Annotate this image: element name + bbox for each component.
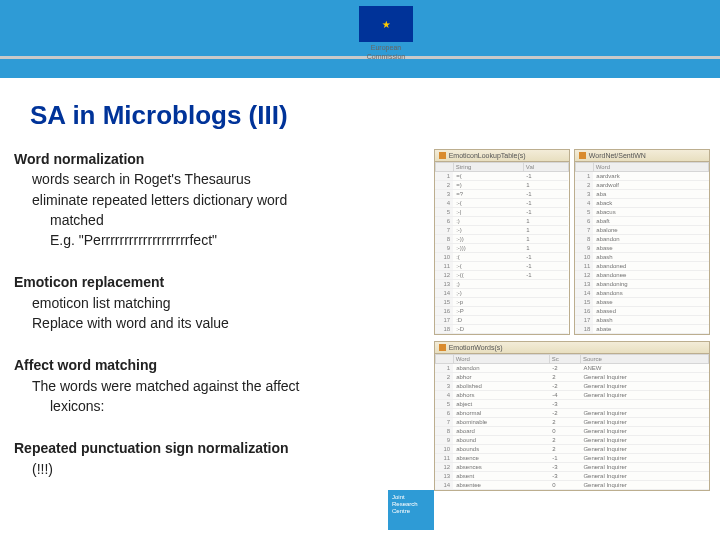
table-row: 5abacus — [575, 208, 708, 217]
table-row: 14absentee0General Inquirer — [435, 481, 708, 490]
table-row: 9abase — [575, 244, 708, 253]
table-row: 8abandon — [575, 235, 708, 244]
ec-logo: ⋆ European Commission — [346, 6, 426, 60]
table-row: 15:-p — [435, 298, 568, 307]
body-line: (!!!) — [14, 459, 420, 479]
table-row: 11:-(-1 — [435, 262, 568, 271]
table-row: 8aboard0General Inquirer — [435, 427, 708, 436]
table-row: 11absence-1General Inquirer — [435, 454, 708, 463]
emotion-table-panel: EmotionWords(s) WordScSource1abandon-2AN… — [434, 341, 710, 491]
panel-title-wordnet: WordNet/SentiWN — [575, 150, 709, 162]
table-row: 16abased — [575, 307, 708, 316]
table-row: 7abominable2General Inquirer — [435, 418, 708, 427]
table-row: 7:-)1 — [435, 226, 568, 235]
table-row: 12:-((-1 — [435, 271, 568, 280]
org-name-line1: European — [346, 44, 426, 51]
body-line: emoticon list matching — [14, 293, 420, 313]
table-row: 5abject-3 — [435, 400, 708, 409]
table-row: 5:-|-1 — [435, 208, 568, 217]
table-row: 13;) — [435, 280, 568, 289]
body-line: lexicons: — [14, 396, 420, 416]
content-area: Word normalizationwords search in Roget'… — [0, 149, 720, 501]
panel-icon — [439, 344, 446, 351]
table-row: 17:D — [435, 316, 568, 325]
table-row: 16:-P — [435, 307, 568, 316]
text-column: Word normalizationwords search in Roget'… — [14, 149, 420, 501]
col-header — [435, 355, 453, 364]
col-header — [435, 163, 453, 172]
table-row: 2=)1 — [435, 181, 568, 190]
emoticon-table-panel: EmoticonLookupTable(s) StringVal1=(-12=)… — [434, 149, 570, 335]
panel-title-emoticon: EmoticonLookupTable(s) — [435, 150, 569, 162]
table-row: 4aback — [575, 199, 708, 208]
panel-title-text: EmotionWords(s) — [449, 344, 503, 351]
wordnet-table-panel: WordNet/SentiWN Word1aardvark2aardwolf3a… — [574, 149, 710, 335]
header-banner: ⋆ European Commission — [0, 0, 720, 78]
eu-flag-icon: ⋆ — [359, 6, 413, 42]
body-line: Replace with word and its value — [14, 313, 420, 333]
panel-title-emotion: EmotionWords(s) — [435, 342, 709, 354]
jrc-badge: Joint Research Centre — [388, 490, 434, 530]
section-heading: Emoticon replacement — [14, 272, 420, 292]
col-header: Word — [453, 355, 549, 364]
table-row: 11abandoned — [575, 262, 708, 271]
section-heading: Repeated punctuation sign normalization — [14, 438, 420, 458]
table-row: 2aardwolf — [575, 181, 708, 190]
table-row: 4:-(-1 — [435, 199, 568, 208]
table-row: 13abandoning — [575, 280, 708, 289]
col-header: String — [453, 163, 523, 172]
table-row: 6abnormal-2General Inquirer — [435, 409, 708, 418]
table-row: 9abound2General Inquirer — [435, 436, 708, 445]
emoticon-table: StringVal1=(-12=)13=?-14:-(-15:-|-16:)17… — [435, 162, 569, 334]
table-row: 10:(-1 — [435, 253, 568, 262]
col-header: Sc — [549, 355, 580, 364]
table-row: 18abate — [575, 325, 708, 334]
table-row: 8:-))1 — [435, 235, 568, 244]
table-row: 1=(-1 — [435, 172, 568, 181]
table-row: 12abandonee — [575, 271, 708, 280]
panel-title-text: WordNet/SentiWN — [589, 152, 646, 159]
table-row: 9:-)))1 — [435, 244, 568, 253]
table-row: 18:-D — [435, 325, 568, 334]
screenshots-column: EmoticonLookupTable(s) StringVal1=(-12=)… — [434, 149, 710, 501]
table-row: 1abandon-2ANEW — [435, 364, 708, 373]
table-row: 14;-) — [435, 289, 568, 298]
body-line: words search in Roget's Thesaurus — [14, 169, 420, 189]
table-row: 10abash — [575, 253, 708, 262]
table-row: 6:)1 — [435, 217, 568, 226]
slide-title: SA in Microblogs (III) — [30, 100, 720, 131]
wordnet-table: Word1aardvark2aardwolf3aba4aback5abacus6… — [575, 162, 709, 334]
table-row: 15abase — [575, 298, 708, 307]
section-heading: Word normalization — [14, 149, 420, 169]
table-row: 10abounds2General Inquirer — [435, 445, 708, 454]
table-row: 17abash — [575, 316, 708, 325]
table-row: 6abaft — [575, 217, 708, 226]
body-line: eliminate repeated letters dictionary wo… — [14, 190, 420, 210]
panel-title-text: EmoticonLookupTable(s) — [449, 152, 526, 159]
section-heading: Affect word matching — [14, 355, 420, 375]
table-row: 3=?-1 — [435, 190, 568, 199]
col-header: Source — [580, 355, 708, 364]
col-header — [575, 163, 593, 172]
body-line: E.g. "Perrrrrrrrrrrrrrrrrrrfect" — [14, 230, 420, 250]
table-row: 4abhors-4General Inquirer — [435, 391, 708, 400]
col-header: Val — [523, 163, 568, 172]
table-row: 13absent-3General Inquirer — [435, 472, 708, 481]
table-row: 7abalone — [575, 226, 708, 235]
table-row: 12absences-3General Inquirer — [435, 463, 708, 472]
col-header: Word — [593, 163, 708, 172]
body-line: matched — [14, 210, 420, 230]
panel-icon — [579, 152, 586, 159]
table-row: 3abolished-2General Inquirer — [435, 382, 708, 391]
table-row: 3aba — [575, 190, 708, 199]
panel-icon — [439, 152, 446, 159]
table-row: 2abhor2General Inquirer — [435, 373, 708, 382]
table-row: 14abandons — [575, 289, 708, 298]
body-line: The words were matched against the affec… — [14, 376, 420, 396]
org-name-line2: Commission — [346, 53, 426, 60]
emotion-table: WordScSource1abandon-2ANEW2abhor2General… — [435, 354, 709, 490]
table-row: 1aardvark — [575, 172, 708, 181]
